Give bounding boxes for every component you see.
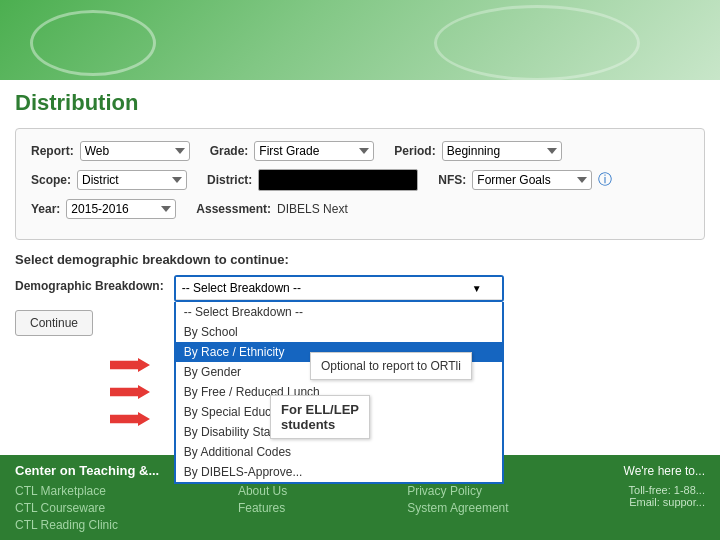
dropdown-item-select[interactable]: -- Select Breakdown --: [176, 302, 502, 322]
breakdown-dropdown-container: -- Select Breakdown -- ▼ -- Select Break…: [174, 275, 504, 302]
footer-email: Email: suppor...: [629, 496, 705, 508]
nfs-label: NFS:: [438, 173, 466, 187]
arrow-icon-2: [110, 385, 150, 399]
tooltip-ell-students: students: [281, 417, 335, 432]
form-section: Report: Web Grade: First Grade Period: B…: [15, 128, 705, 240]
page-title: Distribution: [15, 90, 705, 116]
footer-link-reading-clinic[interactable]: CTL Reading Clinic: [15, 518, 118, 532]
nfs-group: NFS: Former Goals ⓘ: [438, 170, 612, 190]
footer-system-agreement[interactable]: System Agreement: [407, 501, 508, 515]
assessment-label: Assessment:: [196, 202, 271, 216]
dropdown-arrow-icon: ▼: [472, 283, 482, 294]
dropdown-item-school[interactable]: By School: [176, 322, 502, 342]
tooltip-ell: For ELL/LEPstudents: [270, 395, 370, 439]
nfs-help-icon[interactable]: ⓘ: [598, 171, 612, 189]
main-content: Distribution Report: Web Grade: First Gr…: [0, 80, 720, 356]
form-row-2: Scope: District District: NFS: Former Go…: [31, 169, 689, 191]
footer-policy-col: Privacy Policy System Agreement: [407, 484, 508, 515]
footer-about-us[interactable]: About Us: [238, 484, 287, 498]
demographic-row: Demographic Breakdown: -- Select Breakdo…: [15, 275, 705, 302]
header-banner: [0, 0, 720, 80]
assessment-group: Assessment: DIBELS Next: [196, 202, 347, 216]
period-select[interactable]: Beginning: [442, 141, 562, 161]
report-label: Report:: [31, 144, 74, 158]
footer-nav-col: About Us Features: [238, 484, 287, 515]
footer-privacy-policy[interactable]: Privacy Policy: [407, 484, 508, 498]
scope-select[interactable]: District: [77, 170, 187, 190]
grade-select[interactable]: First Grade: [254, 141, 374, 161]
period-group: Period: Beginning: [394, 141, 561, 161]
dropdown-item-additional[interactable]: By Additional Codes: [176, 442, 502, 462]
footer-org-name: Center on Teaching &...: [15, 463, 159, 478]
form-row-3: Year: 2015-2016 Assessment: DIBELS Next: [31, 199, 689, 219]
continue-button[interactable]: Continue: [15, 310, 93, 336]
scope-label: Scope:: [31, 173, 71, 187]
arrow-icon-1: [110, 358, 150, 372]
tooltip-ortli: Optional to report to ORTli: [310, 352, 472, 380]
footer-tollfree: Toll-free: 1-88...: [629, 484, 705, 496]
footer-links-col: CTL Marketplace CTL Courseware CTL Readi…: [15, 484, 118, 532]
breakdown-select[interactable]: -- Select Breakdown -- ▼ -- Select Break…: [174, 275, 504, 302]
footer-here-label: We're here to...: [624, 464, 705, 478]
scope-group: Scope: District: [31, 170, 187, 190]
report-group: Report: Web: [31, 141, 190, 161]
tooltip-ell-text: For ELL/LEPstudents: [281, 402, 359, 432]
district-value: [258, 169, 418, 191]
year-label: Year:: [31, 202, 60, 216]
footer-features[interactable]: Features: [238, 501, 287, 515]
footer-link-marketplace[interactable]: CTL Marketplace: [15, 484, 118, 498]
selected-text: -- Select Breakdown --: [182, 281, 301, 295]
footer-link-courseware[interactable]: CTL Courseware: [15, 501, 118, 515]
grade-label: Grade:: [210, 144, 249, 158]
period-label: Period:: [394, 144, 435, 158]
report-select[interactable]: Web: [80, 141, 190, 161]
breakdown-label: Demographic Breakdown:: [15, 275, 164, 293]
demographic-section: Select demographic breakdown to continue…: [15, 252, 705, 346]
district-group: District:: [207, 169, 418, 191]
district-label: District:: [207, 173, 252, 187]
dropdown-item-dibels[interactable]: By DIBELS-Approve...: [176, 462, 502, 482]
year-select[interactable]: 2015-2016: [66, 199, 176, 219]
form-row-1: Report: Web Grade: First Grade Period: B…: [31, 141, 689, 161]
assessment-value: DIBELS Next: [277, 202, 348, 216]
arrows-container: [110, 358, 150, 426]
breakdown-selected-value[interactable]: -- Select Breakdown -- ▼: [176, 277, 502, 300]
breakdown-dropdown-list: -- Select Breakdown -- By School By Race…: [174, 302, 504, 484]
grade-group: Grade: First Grade: [210, 141, 375, 161]
year-group: Year: 2015-2016: [31, 199, 176, 219]
footer-contact: Toll-free: 1-88... Email: suppor...: [629, 484, 705, 508]
demographic-prompt: Select demographic breakdown to continue…: [15, 252, 705, 267]
nfs-select[interactable]: Former Goals: [472, 170, 592, 190]
arrow-icon-3: [110, 412, 150, 426]
